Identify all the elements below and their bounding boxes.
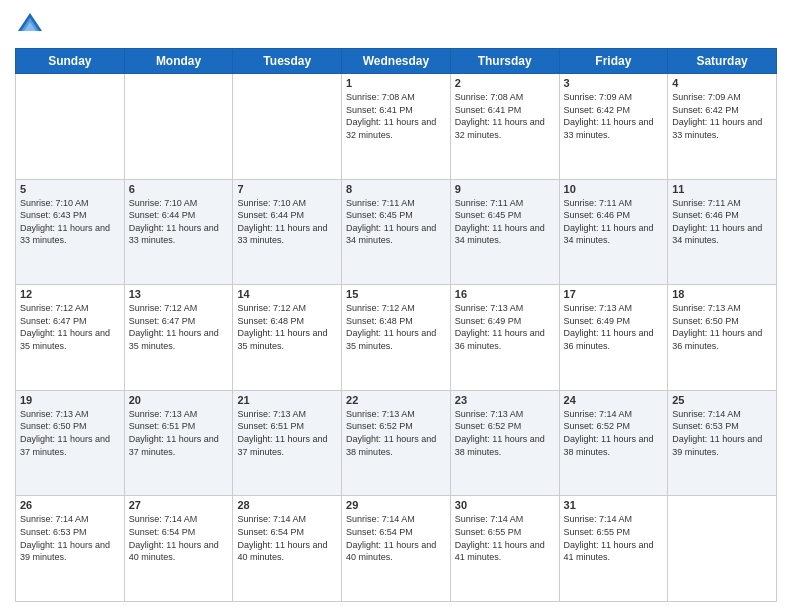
calendar-cell: 13Sunrise: 7:12 AMSunset: 6:47 PMDayligh…: [124, 285, 233, 391]
day-number: 20: [129, 394, 229, 406]
calendar-cell: 7Sunrise: 7:10 AMSunset: 6:44 PMDaylight…: [233, 179, 342, 285]
calendar-cell: 6Sunrise: 7:10 AMSunset: 6:44 PMDaylight…: [124, 179, 233, 285]
calendar-cell: 25Sunrise: 7:14 AMSunset: 6:53 PMDayligh…: [668, 390, 777, 496]
day-number: 5: [20, 183, 120, 195]
day-info: Sunrise: 7:13 AMSunset: 6:50 PMDaylight:…: [20, 408, 120, 458]
calendar-cell: 31Sunrise: 7:14 AMSunset: 6:55 PMDayligh…: [559, 496, 668, 602]
day-info: Sunrise: 7:14 AMSunset: 6:54 PMDaylight:…: [129, 513, 229, 563]
day-info: Sunrise: 7:11 AMSunset: 6:45 PMDaylight:…: [346, 197, 446, 247]
day-number: 1: [346, 77, 446, 89]
calendar-cell: 12Sunrise: 7:12 AMSunset: 6:47 PMDayligh…: [16, 285, 125, 391]
calendar-week-3: 12Sunrise: 7:12 AMSunset: 6:47 PMDayligh…: [16, 285, 777, 391]
calendar-cell: 10Sunrise: 7:11 AMSunset: 6:46 PMDayligh…: [559, 179, 668, 285]
weekday-header-wednesday: Wednesday: [342, 49, 451, 74]
day-number: 26: [20, 499, 120, 511]
day-number: 7: [237, 183, 337, 195]
calendar-week-5: 26Sunrise: 7:14 AMSunset: 6:53 PMDayligh…: [16, 496, 777, 602]
day-info: Sunrise: 7:14 AMSunset: 6:53 PMDaylight:…: [672, 408, 772, 458]
weekday-header-thursday: Thursday: [450, 49, 559, 74]
day-number: 4: [672, 77, 772, 89]
day-number: 28: [237, 499, 337, 511]
day-info: Sunrise: 7:13 AMSunset: 6:52 PMDaylight:…: [346, 408, 446, 458]
calendar-cell: 15Sunrise: 7:12 AMSunset: 6:48 PMDayligh…: [342, 285, 451, 391]
day-info: Sunrise: 7:08 AMSunset: 6:41 PMDaylight:…: [346, 91, 446, 141]
calendar-cell: 22Sunrise: 7:13 AMSunset: 6:52 PMDayligh…: [342, 390, 451, 496]
calendar-cell: 14Sunrise: 7:12 AMSunset: 6:48 PMDayligh…: [233, 285, 342, 391]
calendar-cell: 30Sunrise: 7:14 AMSunset: 6:55 PMDayligh…: [450, 496, 559, 602]
calendar-cell: 4Sunrise: 7:09 AMSunset: 6:42 PMDaylight…: [668, 74, 777, 180]
calendar-cell: 8Sunrise: 7:11 AMSunset: 6:45 PMDaylight…: [342, 179, 451, 285]
day-number: 23: [455, 394, 555, 406]
calendar-cell: 24Sunrise: 7:14 AMSunset: 6:52 PMDayligh…: [559, 390, 668, 496]
calendar-cell: 29Sunrise: 7:14 AMSunset: 6:54 PMDayligh…: [342, 496, 451, 602]
day-number: 25: [672, 394, 772, 406]
calendar-cell: 5Sunrise: 7:10 AMSunset: 6:43 PMDaylight…: [16, 179, 125, 285]
calendar-cell: [668, 496, 777, 602]
day-number: 16: [455, 288, 555, 300]
day-number: 14: [237, 288, 337, 300]
calendar-week-4: 19Sunrise: 7:13 AMSunset: 6:50 PMDayligh…: [16, 390, 777, 496]
day-number: 11: [672, 183, 772, 195]
day-info: Sunrise: 7:13 AMSunset: 6:49 PMDaylight:…: [455, 302, 555, 352]
weekday-header-saturday: Saturday: [668, 49, 777, 74]
calendar-cell: 2Sunrise: 7:08 AMSunset: 6:41 PMDaylight…: [450, 74, 559, 180]
calendar-cell: 1Sunrise: 7:08 AMSunset: 6:41 PMDaylight…: [342, 74, 451, 180]
weekday-header-friday: Friday: [559, 49, 668, 74]
day-info: Sunrise: 7:14 AMSunset: 6:53 PMDaylight:…: [20, 513, 120, 563]
day-number: 9: [455, 183, 555, 195]
day-number: 12: [20, 288, 120, 300]
day-info: Sunrise: 7:12 AMSunset: 6:48 PMDaylight:…: [346, 302, 446, 352]
day-number: 31: [564, 499, 664, 511]
day-info: Sunrise: 7:10 AMSunset: 6:44 PMDaylight:…: [129, 197, 229, 247]
day-number: 15: [346, 288, 446, 300]
day-number: 6: [129, 183, 229, 195]
day-info: Sunrise: 7:11 AMSunset: 6:46 PMDaylight:…: [672, 197, 772, 247]
day-info: Sunrise: 7:09 AMSunset: 6:42 PMDaylight:…: [672, 91, 772, 141]
calendar-cell: 17Sunrise: 7:13 AMSunset: 6:49 PMDayligh…: [559, 285, 668, 391]
day-number: 8: [346, 183, 446, 195]
day-number: 21: [237, 394, 337, 406]
day-info: Sunrise: 7:14 AMSunset: 6:55 PMDaylight:…: [455, 513, 555, 563]
day-number: 24: [564, 394, 664, 406]
day-info: Sunrise: 7:10 AMSunset: 6:44 PMDaylight:…: [237, 197, 337, 247]
day-info: Sunrise: 7:13 AMSunset: 6:51 PMDaylight:…: [237, 408, 337, 458]
day-info: Sunrise: 7:14 AMSunset: 6:54 PMDaylight:…: [237, 513, 337, 563]
calendar-week-2: 5Sunrise: 7:10 AMSunset: 6:43 PMDaylight…: [16, 179, 777, 285]
weekday-header-tuesday: Tuesday: [233, 49, 342, 74]
calendar-cell: 18Sunrise: 7:13 AMSunset: 6:50 PMDayligh…: [668, 285, 777, 391]
calendar-cell: 28Sunrise: 7:14 AMSunset: 6:54 PMDayligh…: [233, 496, 342, 602]
day-info: Sunrise: 7:11 AMSunset: 6:46 PMDaylight:…: [564, 197, 664, 247]
day-info: Sunrise: 7:10 AMSunset: 6:43 PMDaylight:…: [20, 197, 120, 247]
calendar-week-1: 1Sunrise: 7:08 AMSunset: 6:41 PMDaylight…: [16, 74, 777, 180]
calendar-cell: 23Sunrise: 7:13 AMSunset: 6:52 PMDayligh…: [450, 390, 559, 496]
calendar-cell: [124, 74, 233, 180]
day-info: Sunrise: 7:11 AMSunset: 6:45 PMDaylight:…: [455, 197, 555, 247]
calendar-cell: [233, 74, 342, 180]
day-number: 10: [564, 183, 664, 195]
calendar-cell: 9Sunrise: 7:11 AMSunset: 6:45 PMDaylight…: [450, 179, 559, 285]
day-info: Sunrise: 7:12 AMSunset: 6:47 PMDaylight:…: [129, 302, 229, 352]
weekday-header-row: SundayMondayTuesdayWednesdayThursdayFrid…: [16, 49, 777, 74]
day-info: Sunrise: 7:12 AMSunset: 6:48 PMDaylight:…: [237, 302, 337, 352]
calendar-cell: 26Sunrise: 7:14 AMSunset: 6:53 PMDayligh…: [16, 496, 125, 602]
weekday-header-monday: Monday: [124, 49, 233, 74]
day-number: 19: [20, 394, 120, 406]
header: [15, 10, 777, 40]
calendar-cell: 16Sunrise: 7:13 AMSunset: 6:49 PMDayligh…: [450, 285, 559, 391]
day-info: Sunrise: 7:14 AMSunset: 6:55 PMDaylight:…: [564, 513, 664, 563]
day-number: 3: [564, 77, 664, 89]
day-number: 13: [129, 288, 229, 300]
calendar-cell: 21Sunrise: 7:13 AMSunset: 6:51 PMDayligh…: [233, 390, 342, 496]
day-info: Sunrise: 7:09 AMSunset: 6:42 PMDaylight:…: [564, 91, 664, 141]
day-info: Sunrise: 7:13 AMSunset: 6:50 PMDaylight:…: [672, 302, 772, 352]
day-info: Sunrise: 7:13 AMSunset: 6:51 PMDaylight:…: [129, 408, 229, 458]
day-number: 29: [346, 499, 446, 511]
calendar-cell: 20Sunrise: 7:13 AMSunset: 6:51 PMDayligh…: [124, 390, 233, 496]
day-info: Sunrise: 7:14 AMSunset: 6:54 PMDaylight:…: [346, 513, 446, 563]
day-info: Sunrise: 7:13 AMSunset: 6:52 PMDaylight:…: [455, 408, 555, 458]
day-number: 2: [455, 77, 555, 89]
weekday-header-sunday: Sunday: [16, 49, 125, 74]
calendar-cell: 3Sunrise: 7:09 AMSunset: 6:42 PMDaylight…: [559, 74, 668, 180]
calendar-cell: [16, 74, 125, 180]
logo-icon: [15, 10, 45, 40]
